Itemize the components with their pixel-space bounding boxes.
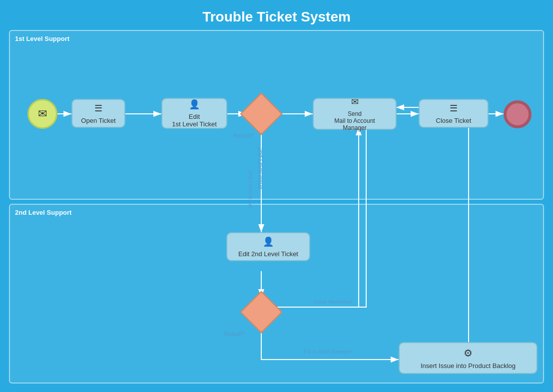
edit-1st-ticket-node[interactable]: 👤 Edit 1st Level Ticket [161, 98, 227, 129]
lane-1-label: 1st Level Support [15, 35, 69, 42]
edit-2nd-ticket-node[interactable]: 👤 Edit 2nd Level Ticket [226, 232, 310, 261]
close-ticket-icon: ☰ [450, 103, 458, 114]
diagram-area: 1st Level Support 2nd Level Support 2nd … [9, 30, 544, 390]
edit-1st-icon: 👤 [189, 99, 200, 110]
edit-2nd-label: Edit 2nd Level Ticket [238, 250, 298, 258]
page-title: Trouble Ticket System [0, 0, 553, 30]
end-node [504, 100, 532, 128]
edit-1st-label: Edit 1st Level Ticket [172, 113, 217, 128]
start-icon: ✉ [38, 107, 47, 120]
insert-backlog-icon: ⚙ [464, 347, 473, 359]
diamond-1-label: Result? [233, 132, 253, 139]
open-ticket-label: Open Ticket [81, 117, 115, 124]
send-mail-node[interactable]: ✉ Send Mail to Account Manager [313, 98, 397, 130]
start-node: ✉ [27, 99, 57, 129]
open-ticket-icon: ☰ [94, 103, 102, 114]
diamond-2-label: Result? [224, 331, 244, 338]
insert-backlog-label: Insert Issue into Product Backlog [421, 362, 516, 370]
open-ticket-node[interactable]: ☰ Open Ticket [71, 99, 125, 128]
send-mail-icon: ✉ [351, 96, 359, 107]
2nd-level-issue-label: 2nd Level Issue [257, 147, 264, 207]
lane-2-label: 2nd Level Support [15, 209, 71, 216]
edit-2nd-icon: 👤 [263, 236, 274, 247]
insert-backlog-node[interactable]: ⚙ Insert Issue into Product Backlog [399, 342, 538, 374]
close-ticket-node[interactable]: ☰ Close Ticket [419, 99, 489, 128]
close-ticket-label: Close Ticket [436, 117, 472, 124]
send-mail-label: Send Mail to Account Manager [334, 110, 375, 131]
